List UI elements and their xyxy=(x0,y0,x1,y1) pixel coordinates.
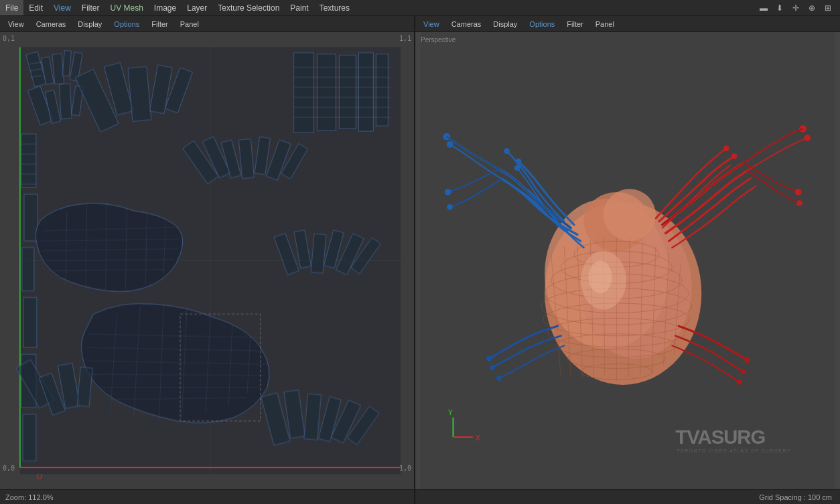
svg-rect-34 xyxy=(294,53,314,133)
svg-point-131 xyxy=(796,190,800,195)
svg-point-132 xyxy=(798,201,802,205)
left-menu-display[interactable]: Display xyxy=(72,17,107,31)
svg-point-125 xyxy=(448,205,452,209)
zoom-label: Zoom: 112.0% xyxy=(5,493,54,501)
right-menu-filter[interactable]: Filter xyxy=(561,17,588,31)
svg-point-128 xyxy=(516,159,520,163)
uv-mesh-display: U xyxy=(0,32,414,489)
left-panel: View Cameras Display Options Filter Pane… xyxy=(0,16,415,504)
main-layout: View Cameras Display Options Filter Pane… xyxy=(0,16,840,504)
svg-point-139 xyxy=(742,370,745,373)
left-menu-panel[interactable]: Panel xyxy=(175,17,204,31)
heart-model-display: Y X TVASURG TORONTO VIDEO ATLAS OF SURGE… xyxy=(415,32,840,489)
svg-point-136 xyxy=(491,366,494,369)
svg-point-138 xyxy=(746,358,750,362)
left-panel-header: View Cameras Display Options Filter Pane… xyxy=(0,16,414,32)
download-icon[interactable]: ⬇ xyxy=(773,1,786,15)
menu-item-paint[interactable]: Paint xyxy=(285,0,313,15)
svg-rect-36 xyxy=(339,55,356,129)
right-status-bar: Grid Spacing : 100 cm xyxy=(415,489,840,504)
svg-text:TORONTO VIDEO ATLAS OF SURGERY: TORONTO VIDEO ATLAS OF SURGERY xyxy=(677,448,791,453)
svg-rect-18 xyxy=(21,134,36,187)
svg-point-127 xyxy=(515,166,519,170)
menu-item-file[interactable]: File xyxy=(0,0,23,15)
left-menu-options[interactable]: Options xyxy=(109,17,145,31)
svg-point-123 xyxy=(447,142,452,147)
grid-icon[interactable]: ⊞ xyxy=(821,1,835,15)
left-menu-view[interactable]: View xyxy=(3,17,29,31)
svg-point-134 xyxy=(732,154,736,158)
right-menu-panel[interactable]: Panel xyxy=(590,17,620,31)
right-menu-options[interactable]: Options xyxy=(524,17,560,31)
menu-item-textures[interactable]: Textures xyxy=(314,0,355,15)
svg-point-137 xyxy=(497,377,500,380)
left-status-bar: Zoom: 112.0% xyxy=(0,489,414,504)
svg-point-130 xyxy=(805,136,810,141)
right-menu-display[interactable]: Display xyxy=(488,17,522,31)
svg-rect-13 xyxy=(59,84,72,119)
right-menu-cameras[interactable]: Cameras xyxy=(446,17,487,31)
right-menu-view[interactable]: View xyxy=(418,17,445,31)
move-icon[interactable]: ✛ xyxy=(789,1,802,15)
svg-rect-35 xyxy=(317,54,336,131)
perspective-label: Perspective xyxy=(421,36,456,44)
svg-rect-23 xyxy=(23,414,36,461)
coord-bottom-right: 1,0 xyxy=(399,465,411,472)
left-menu-filter[interactable]: Filter xyxy=(146,17,173,31)
svg-point-135 xyxy=(487,357,491,361)
menu-item-filter[interactable]: Filter xyxy=(76,0,105,15)
menu-item-texture-selection[interactable]: Texture Selection xyxy=(212,0,285,15)
top-menu-bar: File Edit View Filter UV Mesh Image Laye… xyxy=(0,0,840,16)
menu-item-layer[interactable]: Layer xyxy=(182,0,212,15)
svg-text:Y: Y xyxy=(448,408,453,416)
svg-point-140 xyxy=(738,381,741,384)
right-panel-header: View Cameras Display Options Filter Pane… xyxy=(415,16,840,32)
svg-rect-37 xyxy=(358,53,373,132)
uv-editor-area[interactable]: 0,1 1,1 0,0 1,0 U xyxy=(0,32,414,489)
svg-point-133 xyxy=(724,147,728,151)
svg-point-121 xyxy=(588,261,612,294)
svg-text:X: X xyxy=(476,434,480,442)
svg-rect-38 xyxy=(376,54,388,127)
svg-point-124 xyxy=(445,190,450,195)
plus-icon[interactable]: ⊕ xyxy=(805,1,819,15)
svg-text:TVASURG: TVASURG xyxy=(675,426,765,448)
svg-point-98 xyxy=(604,189,656,241)
perspective-viewport[interactable]: Perspective xyxy=(415,32,840,489)
svg-rect-20 xyxy=(22,248,34,291)
grid-spacing-label: Grid Spacing : 100 cm xyxy=(759,493,832,501)
bar-chart-icon[interactable]: ▬ xyxy=(757,1,770,15)
menu-item-view[interactable]: View xyxy=(48,0,76,15)
right-panel: View Cameras Display Options Filter Pane… xyxy=(415,16,840,504)
left-menu-cameras[interactable]: Cameras xyxy=(31,17,72,31)
coord-top-right: 1,1 xyxy=(399,35,411,42)
svg-text:U: U xyxy=(37,473,42,481)
menu-item-uv-mesh[interactable]: UV Mesh xyxy=(105,0,149,15)
svg-point-126 xyxy=(505,149,509,153)
menu-item-image[interactable]: Image xyxy=(149,0,182,15)
coord-bottom-left: 0,0 xyxy=(3,465,15,472)
menu-item-edit[interactable]: Edit xyxy=(23,0,48,15)
svg-rect-21 xyxy=(23,297,37,347)
coord-top-left: 0,1 xyxy=(3,35,15,42)
